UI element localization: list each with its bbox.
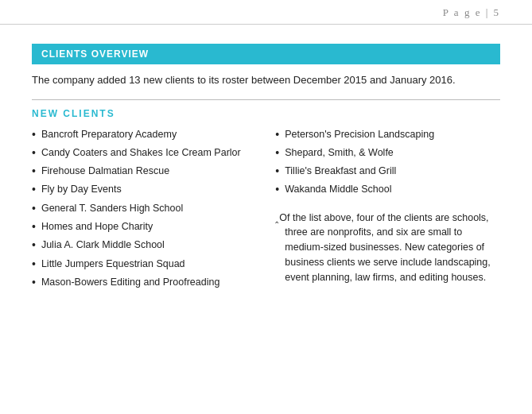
list-item: Fly by Day Events: [32, 180, 275, 199]
list-item: Shepard, Smith, & Wolfe: [275, 144, 500, 162]
list-item: Little Jumpers Equestrian Squad: [32, 255, 275, 273]
two-column-layout: Bancroft Preparatory Academy Candy Coate…: [32, 126, 500, 292]
right-column: Peterson's Precision Landscaping Shepard…: [275, 126, 500, 285]
list-item: Homes and Hope Charity: [32, 218, 275, 236]
new-clients-label: NEW CLIENTS: [32, 108, 500, 119]
list-item: Bancroft Preparatory Academy: [32, 126, 275, 144]
right-bullet-list: Peterson's Precision Landscaping Shepard…: [275, 126, 500, 199]
note-text: ‸Of the list above, four of the clients …: [275, 209, 500, 285]
page-header: P a g e | 5: [0, 0, 532, 25]
clients-overview-title: CLIENTS OVERVIEW: [32, 44, 500, 64]
list-item: General T. Sanders High School: [32, 199, 275, 218]
page-container: CLIENTS OVERVIEW The company added 13 ne…: [0, 25, 532, 308]
list-item: Firehouse Dalmatian Rescue: [32, 162, 275, 180]
divider: [32, 99, 500, 100]
list-item: Tillie's Breakfast and Grill: [275, 162, 500, 180]
intro-text: The company added 13 new clients to its …: [32, 72, 500, 88]
left-bullet-list: Bancroft Preparatory Academy Candy Coate…: [32, 126, 275, 292]
left-column: Bancroft Preparatory Academy Candy Coate…: [32, 126, 275, 292]
list-item: Candy Coaters and Shakes Ice Cream Parlo…: [32, 144, 275, 162]
list-item: Julia A. Clark Middle School: [32, 236, 275, 254]
list-item: Wakanda Middle School: [275, 180, 500, 199]
list-item: Mason-Bowers Editing and Proofreading: [32, 273, 275, 292]
list-item: Peterson's Precision Landscaping: [275, 126, 500, 144]
